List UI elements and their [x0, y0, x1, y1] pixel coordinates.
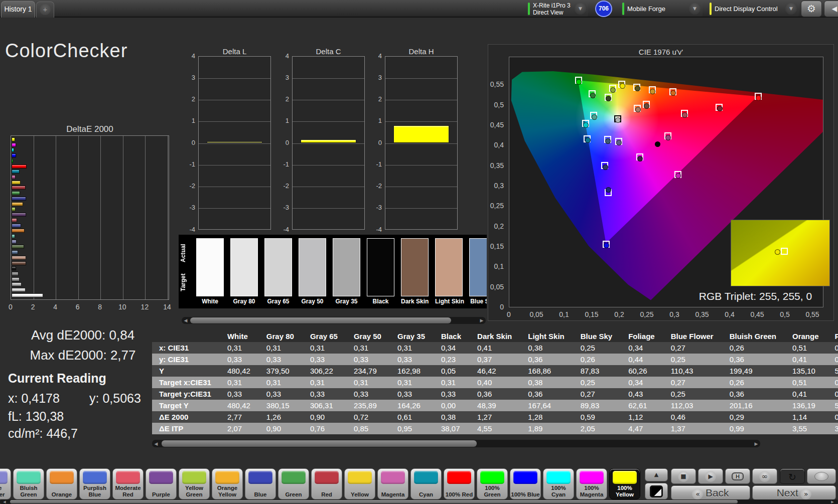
pattern-button-yellow[interactable]: Yellow: [344, 468, 375, 499]
add-tab-button[interactable]: +: [36, 2, 54, 18]
continuous-loop-button[interactable]: ∞: [752, 468, 777, 484]
table-col-foliage: Foliage: [623, 330, 666, 342]
scroll-right-icon[interactable]: ▶: [478, 317, 486, 324]
table-cell: 380,15: [261, 400, 305, 411]
deltae2000-chart: [11, 135, 169, 300]
table-scrollbar[interactable]: ◀ ▶: [152, 440, 760, 447]
table-cell: 0,38: [436, 411, 472, 423]
scroll-right-icon[interactable]: ▶: [752, 440, 760, 447]
scrollbar-thumb[interactable]: [10, 500, 738, 503]
pattern-bar-scrollbar[interactable]: ◀ ▶: [0, 499, 838, 504]
pattern-button-yellow-green[interactable]: Yellow Green: [179, 468, 210, 499]
table-col-dark-skin: Dark Skin: [472, 330, 523, 342]
current-y-readout: y: 0,5063: [89, 391, 141, 406]
pattern-source-selector[interactable]: Mobile Forge ▼: [621, 1, 703, 17]
table-cell: 0,05: [436, 365, 472, 377]
next-button[interactable]: Next »: [752, 485, 836, 500]
axis-tick-label: 0: [181, 139, 195, 146]
swatch-white: White: [196, 238, 224, 305]
pattern-swatch: [348, 471, 372, 484]
delta-bar-100-yellow: [207, 141, 262, 143]
row-label: Y: [152, 365, 222, 377]
pattern-source-name: Mobile Forge: [627, 5, 665, 13]
meter-name: X-Rite i1Pro 3: [533, 2, 571, 9]
display-control-selector[interactable]: Direct Display Control ▼: [709, 1, 799, 17]
pattern-button-label: 100% Red: [444, 491, 474, 498]
pattern-button-orange-yellow[interactable]: Orange Yellow: [212, 468, 243, 499]
pattern-button-100-cyan[interactable]: 100% Cyan: [543, 468, 574, 499]
table-cell: 0,36: [725, 388, 787, 400]
pattern-button-label: Orange: [47, 491, 77, 498]
pattern-button-green[interactable]: Green: [278, 468, 309, 499]
table-cell: 0,25: [576, 377, 623, 388]
stop-button[interactable]: ■: [671, 468, 696, 484]
pattern-button-bluish-green[interactable]: Bluish Green: [13, 468, 44, 499]
collapse-panel-button[interactable]: ◀: [824, 1, 838, 17]
pattern-button-blue[interactable]: Blue: [245, 468, 276, 499]
pattern-button-cyan[interactable]: Cyan: [410, 468, 442, 499]
play-icon: ▶: [705, 471, 716, 482]
pattern-list-up-button[interactable]: ▲: [645, 468, 668, 481]
scrollbar-thumb[interactable]: [162, 440, 477, 447]
back-button[interactable]: « Back: [671, 485, 750, 500]
pattern-swatch: [546, 471, 571, 484]
pattern-button-moderate-red[interactable]: Moderate Red: [112, 468, 144, 499]
pattern-button-100-magenta[interactable]: 100% Magenta: [576, 468, 607, 499]
measured-point-purple: [637, 156, 643, 161]
scroll-left-icon[interactable]: ◀: [0, 499, 9, 504]
pattern-size-button[interactable]: H: [725, 468, 750, 484]
scroll-left-icon[interactable]: ◀: [152, 440, 160, 447]
pattern-button-100-blue[interactable]: 100% Blue: [510, 468, 541, 499]
chevron-down-icon[interactable]: ▼: [689, 3, 701, 15]
chevron-down-icon[interactable]: ▼: [575, 3, 586, 15]
swatch-label: Blue Sky: [469, 298, 487, 305]
scrollbar-thumb[interactable]: [190, 317, 451, 323]
refresh-button[interactable]: ↻: [780, 468, 805, 484]
pattern-button-orange[interactable]: Orange: [46, 468, 77, 499]
table-col-purplish-blue: Purplish Blue: [830, 330, 838, 342]
scroll-right-icon[interactable]: ▶: [828, 499, 837, 504]
tab-history-1[interactable]: History 1: [1, 1, 35, 18]
pattern-button-label: 100% Magenta: [577, 485, 607, 498]
axis-tick-label: -4: [368, 226, 382, 233]
pattern-button-purple[interactable]: Purple: [146, 468, 177, 499]
settings-button[interactable]: ⚙: [801, 1, 822, 17]
table-col-gray-35: Gray 35: [392, 330, 436, 342]
axis-tick-label: 0,45: [747, 310, 767, 318]
infinity-icon: ∞: [759, 471, 770, 482]
pattern-button-purplish-blue[interactable]: Purplish Blue: [79, 468, 110, 499]
chevron-down-icon[interactable]: ▼: [785, 3, 797, 15]
delta-c-chart: Delta C 43210-1-2-3-4: [275, 56, 366, 230]
current-patch-inset: [731, 220, 830, 286]
measured-point-100-green: [576, 79, 582, 85]
pattern-button-100-green[interactable]: 100% Green: [477, 468, 508, 499]
play-button[interactable]: ▶: [698, 468, 723, 484]
table-cell: 1,27: [472, 411, 523, 423]
pattern-button-blue-flower[interactable]: Blue Flower: [0, 468, 11, 499]
display-status-stripe: [710, 3, 712, 15]
swatch-color-patch: [401, 238, 429, 296]
table-cell: 0,36: [523, 388, 576, 400]
axis-tick-label: 3: [181, 74, 195, 81]
scroll-left-icon[interactable]: ◀: [182, 317, 190, 324]
swatch-strip-scrollbar[interactable]: ◀ ▶: [182, 317, 486, 324]
meter-selector[interactable]: X-Rite i1Pro 3 Direct View ▼: [527, 1, 588, 17]
back-label: Back: [706, 487, 729, 498]
pattern-button-100-yellow[interactable]: 100% Yellow: [609, 468, 640, 499]
table-cell: 0,27: [666, 377, 725, 388]
axis-tick-label: 0: [4, 303, 17, 311]
measured-point-yellow-green: [610, 87, 616, 93]
deltae-bar-yellow: [12, 181, 21, 185]
pattern-button-label: Green: [278, 491, 309, 498]
swatch-color-patch: [264, 238, 292, 296]
pattern-button-magenta[interactable]: Magenta: [377, 468, 408, 499]
pattern-window-button[interactable]: [645, 483, 668, 499]
pattern-button-red[interactable]: Red: [311, 468, 342, 499]
table-cell: 0,95: [392, 423, 436, 434]
pattern-shape-button[interactable]: [807, 468, 836, 484]
table-cell: 0,44: [623, 354, 666, 365]
table-col-gray-80: Gray 80: [261, 330, 305, 342]
table-cell: 0,19: [830, 388, 838, 400]
pattern-button-label: Red: [312, 491, 342, 498]
pattern-button-100-red[interactable]: 100% Red: [444, 468, 475, 499]
